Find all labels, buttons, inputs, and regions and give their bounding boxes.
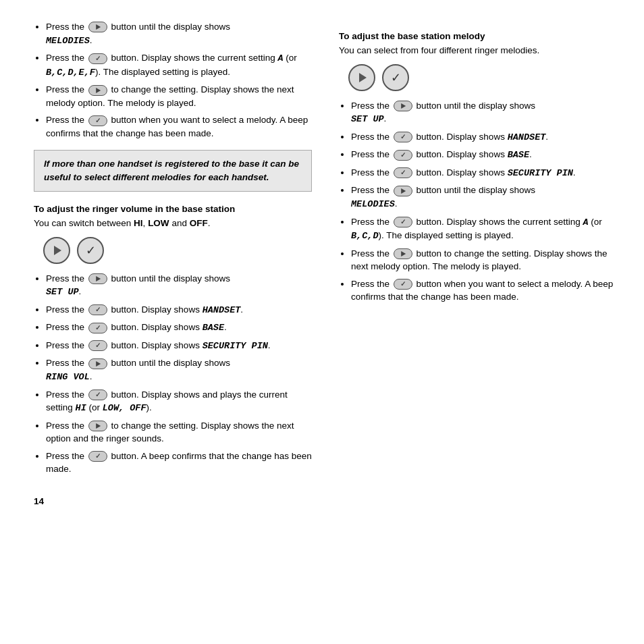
list-item: Press the button. Display shows the curr… <box>351 215 617 243</box>
check-button-icon[interactable] <box>88 304 107 315</box>
list-item: Press the button. Display shows HANDSET. <box>351 130 617 144</box>
list-item: Press the button until the display shows… <box>351 184 617 211</box>
highlight-box: If more than one handset is registered t… <box>34 150 312 192</box>
list-item: Press the to change the setting. Display… <box>46 419 312 446</box>
display-text-setup: SET UP <box>46 287 79 297</box>
bullet-list-2: Press the button until the display shows… <box>34 272 312 476</box>
check-button-icon[interactable] <box>394 150 412 161</box>
press-the-label: Press the <box>351 248 390 259</box>
display-text-melodies: MELODIES <box>46 36 90 46</box>
text-label: button until the display shows <box>111 273 230 284</box>
confirm-check-button[interactable]: ✓ <box>77 237 104 264</box>
nav-arrow-button[interactable] <box>43 237 70 264</box>
check-button-icon[interactable] <box>394 132 412 142</box>
list-item: Press the button. Display shows BASE. <box>351 148 617 162</box>
arrow-button-icon[interactable] <box>88 421 107 431</box>
press-the-label: Press the <box>46 84 84 95</box>
check-button-icon[interactable] <box>88 53 107 64</box>
bullet-list-3: Press the button until the display shows… <box>339 99 617 304</box>
highlight-text: If more than one handset is registered t… <box>44 159 299 182</box>
list-item: Press the button. A beep confirms that t… <box>46 450 312 476</box>
list-item: Press the button. Display shows HANDSET. <box>46 303 312 317</box>
press-the-label: Press the <box>351 185 390 195</box>
left-column: Press the button until the display shows… <box>34 20 312 506</box>
page-number: 14 <box>34 496 312 506</box>
nav-arrow-button-right[interactable] <box>348 64 375 91</box>
list-item: Press the button. Display shows BASE. <box>46 321 312 335</box>
text-label: button when you want to select a melody.… <box>46 115 308 138</box>
text-label: button. Display shows BASE. <box>111 322 227 332</box>
button-row-left: ✓ <box>43 237 312 264</box>
press-the-label: Press the <box>46 273 84 284</box>
text-label: button until the display shows <box>417 101 535 111</box>
list-item: Press the button until the display shows… <box>46 20 312 47</box>
display-text-setup-right: SET UP <box>351 114 384 124</box>
check-button-icon[interactable] <box>394 167 412 178</box>
text-label: button. A beep confirms that the change … <box>46 451 312 475</box>
list-item: Press the button until the display shows… <box>46 356 312 383</box>
list-item: Press the button when you want to select… <box>46 113 312 140</box>
check-button-icon[interactable] <box>88 451 107 462</box>
check-button-icon[interactable] <box>88 340 107 351</box>
arrow-button-icon[interactable] <box>88 358 107 369</box>
list-item: Press the button. Display shows the curr… <box>46 51 312 79</box>
section-base-melody-title: To adjust the base station melody <box>339 31 617 41</box>
press-the-label: Press the <box>351 101 390 111</box>
list-item: Press the to change the setting. Display… <box>46 83 312 109</box>
arrow-button-icon[interactable] <box>88 85 107 96</box>
press-the-label: Press the <box>46 358 84 368</box>
check-button-icon[interactable] <box>88 390 107 400</box>
check-button-icon[interactable] <box>88 323 107 333</box>
section-ringer-volume-subtitle: You can switch between HI, LOW and OFF. <box>34 217 312 230</box>
press-the-label: Press the <box>46 451 84 461</box>
text-label: button. Display shows HANDSET. <box>111 304 244 315</box>
list-item: Press the button to change the setting. … <box>351 247 617 273</box>
button-row-right: ✓ <box>348 64 617 91</box>
press-the-label: Press the <box>46 340 84 350</box>
text-label: button. Display shows SECURITY PIN. <box>417 167 576 178</box>
arrow-button-icon[interactable] <box>394 186 412 196</box>
text-label: button when you want to select a melody.… <box>351 279 613 302</box>
press-the-label: Press the <box>351 279 390 289</box>
press-the-label: Press the <box>46 115 84 125</box>
arrow-button-icon[interactable] <box>88 22 107 32</box>
bullet-list-1: Press the button until the display shows… <box>34 20 312 140</box>
press-the-label: Press the <box>46 304 84 315</box>
arrow-icon <box>54 246 61 255</box>
text-label: button to change the setting. Display sh… <box>351 248 608 272</box>
arrow-button-icon[interactable] <box>394 248 412 259</box>
press-the-label: Press the <box>351 167 390 178</box>
text-label: button until the display shows <box>111 22 230 32</box>
press-the-label: Press the <box>351 217 390 227</box>
right-column: To adjust the base station melody You ca… <box>339 20 617 506</box>
display-text-ringvol: RING VOL <box>46 372 90 382</box>
press-the-label: Press the <box>351 132 390 142</box>
list-item: Press the button. Display shows SECURITY… <box>351 166 617 180</box>
press-the-label: Press the <box>351 149 390 159</box>
check-button-icon[interactable] <box>88 115 107 126</box>
list-item: Press the button. Display shows and play… <box>46 388 312 415</box>
confirm-check-button-right[interactable]: ✓ <box>382 64 409 91</box>
arrow-icon-right <box>359 73 367 82</box>
text-label: button. Display shows HANDSET. <box>417 132 549 142</box>
check-button-icon[interactable] <box>394 217 412 227</box>
list-item: Press the button until the display shows… <box>46 272 312 299</box>
list-item: Press the button when you want to select… <box>351 277 617 304</box>
press-the-label: Press the <box>46 322 84 332</box>
text-label: button until the display shows <box>417 185 535 195</box>
text-label: button until the display shows <box>111 358 230 368</box>
check-button-icon[interactable] <box>394 279 412 290</box>
text-label: button. Display shows BASE. <box>417 149 532 159</box>
page-container: Press the button until the display shows… <box>34 20 617 506</box>
list-item: Press the button until the display shows… <box>351 99 617 126</box>
list-item: Press the button. Display shows SECURITY… <box>46 339 312 353</box>
press-the-label: Press the <box>46 22 84 32</box>
press-the-label: Press the <box>46 390 84 400</box>
press-the-label: Press the <box>46 53 84 63</box>
section-base-melody-subtitle: You can select from four different ringe… <box>339 44 617 57</box>
arrow-button-icon[interactable] <box>394 101 412 111</box>
section-ringer-volume-title: To adjust the ringer volume in the base … <box>34 204 312 214</box>
text-label: button. Display shows SECURITY PIN. <box>111 340 271 350</box>
display-text-melodies-right: MELODIES <box>351 199 395 209</box>
arrow-button-icon[interactable] <box>88 273 107 284</box>
